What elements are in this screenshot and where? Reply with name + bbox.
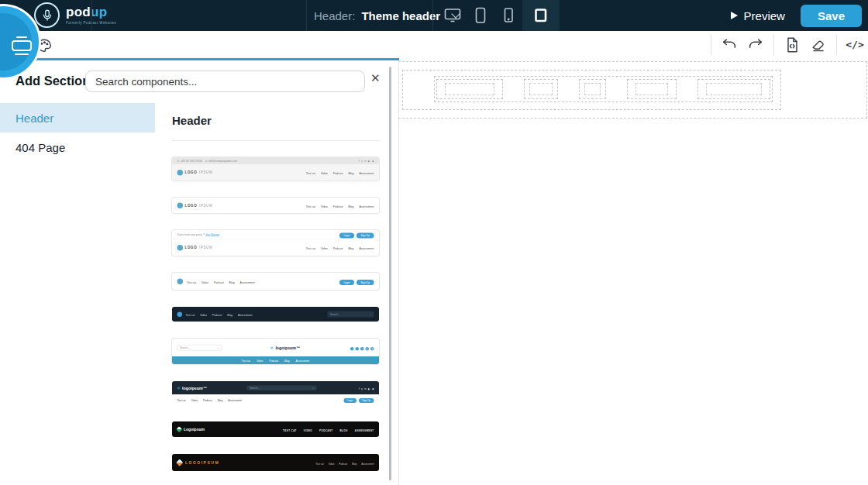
mini-logo: LOGOIPSUM [177,202,213,208]
mini-nav-link: Test cat [306,247,315,250]
menu-item-placeholder [436,79,503,99]
mini-nav-link: VIDEO [304,429,312,432]
divider [306,0,307,31]
eraser-icon [810,36,827,53]
mini-contact-info: ✆+XX XX XXX XXXX✉info@companyname.com [177,160,237,163]
mini-nav-link: Assessment [240,281,255,284]
mini-nav-link: Podcast [333,247,343,250]
mini-logo: ✳logoipsum™ [270,345,300,350]
mini-nav-link: Podcast [203,399,212,402]
undo-button[interactable] [716,31,742,58]
mini-social-icon: y [361,388,363,390]
top-bar: ‹ podup Formerly Podcast Websites Header… [0,0,868,31]
mini-nav-link: Blog [218,399,223,402]
redo-button[interactable] [742,31,769,58]
monitor-icon [443,6,462,25]
mini-nav-link: Test cat [306,205,315,208]
mini-logo [177,311,183,317]
add-section-panel: Add Section ✕ Header 404 Page Header ✆+X… [0,60,399,485]
device-mobile-button[interactable] [494,0,522,31]
mini-social-icon: ▶ [368,388,370,390]
device-fullwidth-button[interactable] [522,0,560,31]
mini-nav-link: Video [202,281,208,284]
mini-nav-link: Blog [348,172,353,175]
header-thumbnail-plain[interactable]: LOGOIPSUM Test catVideoPodcastBlogAssess… [172,198,379,213]
mini-nav-link: Test cat [242,359,250,362]
mini-nav-link: Assessment [359,172,374,175]
smartphone-icon [499,6,518,25]
header-thumbnail-dark-search[interactable]: Test catVideoPodcastBlogAssessment Searc… [172,307,379,322]
mini-auth-buttons: LoginSign Up [337,278,374,285]
divider [91,0,92,31]
mini-nav-link: Video [191,399,198,402]
mini-auth-buttons: LoginSign Up [341,396,374,403]
mini-nav-link: Podcast [212,314,222,317]
device-desktop-button[interactable] [439,0,467,31]
mini-nav-link: Assessment [359,247,374,250]
mini-nav: TEST CATVIDEOPODCASTBLOGASSESSMENT [276,426,374,433]
header-template-select[interactable]: Header: Theme header [314,0,459,31]
mini-nav-link: Blog [352,463,356,465]
component-group-title: Header [172,114,212,127]
header-thumbnail-contact-topbar[interactable]: ✆+XX XX XXX XXXX✉info@companyname.com fy… [172,157,379,181]
export-code-button[interactable] [779,31,805,58]
preview-button[interactable]: Preview [731,9,785,22]
mini-social-icon: in [364,160,366,162]
header-thumbnail-black-green-logo[interactable]: Logoipsum TEST CATVIDEOPODCASTBLOGASSESS… [172,421,379,437]
category-item-header[interactable]: Header [0,103,155,132]
search-input[interactable] [85,71,365,92]
page-builder: ‹ podup Formerly Podcast Websites Header… [0,0,868,485]
mini-query-text: If you have any query ?Get Started [177,233,219,236]
mini-logo: LOGOIPSUM [177,170,213,176]
mini-nav: Test catVideoPodcastBlogAssessment [187,278,260,285]
header-thumbnail-nav-left-auth[interactable]: Test catVideoPodcastBlogAssessment Login… [172,273,379,290]
mini-auth-buttons: LoginSign Up [337,231,374,238]
close-panel-button[interactable]: ✕ [370,71,381,85]
mini-nav-link: Podcast [333,205,343,208]
header-thumbnail-centered-logo-navbar[interactable]: Search...⌕ ✳logoipsum™ fyin▶◉ Test catVi… [172,339,379,364]
header-thumbnail-dark-topbar-white-navbar[interactable]: ✳logoipsum™ Search...⌕ fyin▶◉ Test catVi… [172,381,379,404]
clear-button[interactable] [805,31,832,58]
mini-logo: LOGOIPSUM [177,460,220,466]
mini-nav-link: Blog [348,247,353,250]
panel-scrollbar[interactable] [389,67,391,480]
mini-nav-link: Blog [227,314,232,317]
header-thumbnail-black-orange-logo[interactable]: LOGOIPSUM Test catVideoPodcastBlogAssess… [172,454,379,471]
mini-social-icons: fyin▶◉ [349,344,374,351]
mini-nav: Test catVideoPodcastBlogAssessment [172,356,379,364]
mini-nav-link: Blog [348,205,353,208]
panel-title: Add Section [16,74,90,88]
category-item-404-page[interactable]: 404 Page [0,132,155,162]
menu-placeholder [434,76,773,102]
mini-nav-link: Video [321,247,328,250]
device-preview-switcher [439,0,560,31]
mini-nav-link: PODCAST [319,429,332,432]
fullwidth-icon [532,6,550,25]
mini-nav-link: Assessment [361,463,374,465]
mini-social-icon: f [350,347,354,351]
mini-nav-link: Assessment [359,205,374,208]
mini-nav-link: Video [257,359,263,362]
mini-social-icon: ▶ [366,347,370,351]
mini-social-icon: ◉ [370,347,374,351]
redo-icon [747,36,764,53]
editor-canvas[interactable] [399,60,868,485]
mini-logo: LOGOIPSUM [177,245,213,251]
mini-nav: Test catVideoPodcastBlogAssessment [301,202,374,209]
mini-logo [177,278,184,284]
device-tablet-button[interactable] [467,0,494,31]
menu-item-placeholder [579,79,606,99]
mini-nav-link: Test cat [177,399,186,402]
mini-social-icon: f [359,388,360,390]
mini-social-icon: y [356,347,360,351]
mini-social-icon: ▶ [368,160,370,162]
header-select-label: Header: [314,9,355,22]
mini-nav-link: Assessment [296,359,310,362]
code-view-button[interactable]: </> [842,31,868,58]
divider [711,35,711,55]
header-thumbnail-query-auth[interactable]: If you have any query ?Get Started Login… [172,230,379,256]
divider [773,35,774,55]
mini-nav-link: Podcast [214,281,224,284]
save-button[interactable]: Save [801,5,862,27]
mini-social-icon: f [359,160,360,162]
